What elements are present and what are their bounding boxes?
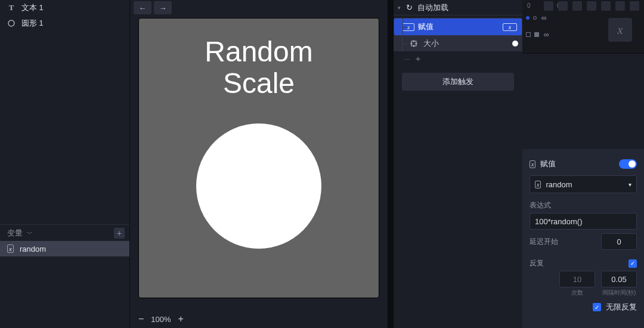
collapse-icon[interactable]: ▾ (394, 5, 404, 11)
zoom-in-button[interactable]: + (178, 314, 184, 324)
variable-badge-icon: x (503, 23, 517, 31)
resize-icon (408, 40, 420, 47)
tool-icon[interactable] (601, 1, 611, 11)
variable-name: random (20, 245, 46, 253)
svg-point-0 (8, 20, 14, 26)
layer-label: 圆形 1 (21, 18, 44, 29)
add-trigger-button[interactable]: 添加触发 (402, 73, 514, 91)
inspector-title: 赋值 (540, 159, 556, 169)
variable-icon: x (530, 160, 535, 168)
keyframe-open-icon[interactable] (533, 16, 537, 20)
chevron-down-icon: ▾ (628, 181, 631, 188)
count-sublabel: 次数 (559, 289, 595, 297)
action-size[interactable]: 大小 (394, 36, 522, 51)
layer-text[interactable]: T 文本 1 (0, 0, 129, 16)
variables-header[interactable]: 变量 ﹀ + (0, 224, 129, 241)
infinite-checkbox[interactable]: ✓ (593, 303, 601, 311)
enable-toggle[interactable] (619, 159, 637, 169)
add-action-button[interactable]: ＋ (394, 51, 522, 67)
chevron-down-icon: ﹀ (25, 230, 33, 237)
zoom-out-button[interactable]: − (138, 314, 144, 324)
circle-icon (7, 20, 16, 27)
autoload-icon: ↻ (404, 3, 414, 12)
interval-sublabel: 间隔时间(秒) (601, 289, 637, 297)
canvas-text[interactable]: Random Scale (205, 36, 312, 100)
shape-indicator-icon (512, 41, 518, 47)
keyframe-square-icon[interactable] (526, 32, 531, 37)
trigger-header[interactable]: ▾ ↻ 自动加载 (394, 0, 522, 16)
expression-input[interactable]: 100*random() (530, 213, 637, 230)
tool-icon[interactable] (587, 1, 596, 11)
infinity-icon: ∞ (544, 30, 549, 39)
add-variable-button[interactable]: + (114, 228, 125, 239)
infinity-icon: ∞ (541, 14, 547, 22)
artboard[interactable]: Random Scale (138, 18, 379, 298)
zoom-level[interactable]: 100% (151, 315, 171, 324)
nav-forward-button[interactable]: → (154, 1, 172, 14)
tool-icon[interactable] (615, 1, 625, 11)
canvas-circle[interactable] (196, 123, 321, 249)
tool-icon[interactable] (572, 1, 582, 11)
repeat-label: 反复 (530, 258, 544, 268)
timeline[interactable]: 0 0.2 0.5 ∞ ∞ x (522, 0, 644, 54)
tool-icon[interactable] (544, 1, 553, 11)
variable-item[interactable]: x random (0, 241, 129, 256)
variable-large-icon: x (608, 18, 632, 42)
infinite-label: 无限反复 (606, 302, 637, 312)
nav-back-button[interactable]: ← (134, 1, 151, 14)
timeline-toolbar (544, 1, 639, 11)
delay-input[interactable]: 0 (601, 233, 637, 250)
text-icon: T (7, 3, 16, 13)
keyframe-square-icon[interactable] (534, 32, 539, 37)
action-assign[interactable]: x 赋值 x (394, 18, 522, 36)
layer-label: 文本 1 (21, 2, 44, 13)
keyframe-icon[interactable] (526, 16, 530, 20)
variable-icon: x (535, 181, 541, 188)
tool-icon[interactable] (630, 1, 639, 11)
variable-icon: x (7, 245, 14, 253)
tool-icon[interactable] (558, 1, 568, 11)
layer-circle[interactable]: 圆形 1 (0, 16, 129, 31)
repeat-checkbox[interactable]: ✓ (628, 259, 637, 268)
repeat-interval-input[interactable]: 0.05 (601, 271, 637, 287)
variable-select[interactable]: x random ▾ (530, 175, 637, 193)
expression-label: 表达式 (530, 200, 637, 211)
repeat-count-input[interactable]: 10 (559, 271, 595, 287)
delay-label: 延迟开始 (530, 237, 558, 247)
